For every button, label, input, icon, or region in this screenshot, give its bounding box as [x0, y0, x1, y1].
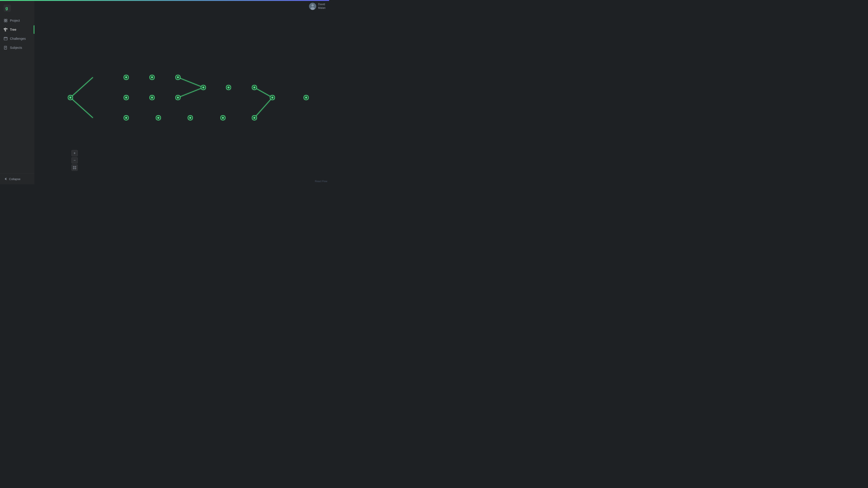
svg-rect-2	[4, 21, 5, 22]
tree-node-inner	[157, 117, 160, 119]
zoom-out-button[interactable]: −	[71, 157, 78, 164]
zoom-in-button[interactable]: +	[71, 150, 78, 156]
tree-graph[interactable]	[34, 1, 329, 184]
user-name: David Malan	[318, 3, 326, 10]
svg-rect-48	[73, 166, 74, 167]
tree-node-inner	[125, 96, 127, 99]
tree-node-inner	[271, 96, 274, 99]
svg-rect-8	[5, 31, 6, 31]
svg-rect-4	[6, 21, 7, 22]
challenges-icon	[4, 37, 8, 41]
sidebar-item-tree[interactable]: Tree	[0, 25, 34, 34]
app-logo[interactable]: g	[4, 4, 11, 12]
tree-node-inner	[125, 76, 127, 78]
tree-node-inner	[227, 86, 230, 89]
collapse-icon	[4, 177, 7, 181]
sidebar-bottom: Collapse	[0, 173, 34, 184]
sidebar: g Project	[0, 1, 34, 184]
tree-node-inner	[202, 86, 205, 89]
svg-point-24	[311, 4, 314, 6]
svg-line-10	[5, 28, 5, 29]
tree-node-inner	[177, 96, 179, 99]
sidebar-item-subjects-label: Subjects	[10, 46, 22, 50]
sidebar-item-challenges-label: Challenges	[10, 37, 26, 40]
svg-rect-19	[4, 46, 7, 49]
svg-line-26	[70, 77, 93, 98]
tree-node-inner	[125, 117, 127, 119]
tree-node-inner	[305, 96, 307, 99]
tree-node-inner	[253, 86, 255, 89]
logo-area: g	[0, 3, 34, 15]
collapse-button[interactable]: Collapse	[4, 177, 31, 181]
main-content: David Malan	[34, 1, 329, 184]
svg-line-32	[178, 77, 203, 88]
avatar	[309, 3, 316, 10]
tree-node-inner	[189, 117, 191, 119]
sidebar-item-tree-label: Tree	[10, 28, 16, 31]
svg-line-36	[178, 88, 203, 98]
fit-icon	[73, 166, 76, 169]
svg-rect-9	[6, 29, 7, 29]
zoom-controls: + −	[71, 150, 78, 171]
sidebar-item-subjects[interactable]: Subjects	[0, 43, 34, 52]
svg-rect-6	[5, 28, 6, 29]
fit-button[interactable]	[71, 164, 78, 171]
tree-icon	[4, 28, 8, 32]
tree-node-inner	[151, 76, 153, 78]
svg-rect-3	[6, 19, 7, 20]
react-flow-label: React Flow	[315, 180, 327, 183]
svg-rect-51	[75, 168, 76, 169]
svg-line-28	[70, 98, 93, 118]
svg-rect-1	[4, 19, 5, 20]
tree-node-inner	[222, 117, 224, 119]
tree-node-inner	[253, 117, 255, 119]
sidebar-navigation: Project Tree	[0, 15, 34, 173]
svg-rect-49	[75, 166, 76, 167]
avatar-image	[309, 3, 316, 10]
sidebar-item-project[interactable]: Project	[0, 16, 34, 25]
svg-rect-5	[4, 29, 5, 29]
collapse-label: Collapse	[9, 177, 21, 181]
svg-line-39	[254, 88, 272, 98]
svg-rect-50	[73, 168, 74, 169]
svg-text:g: g	[5, 6, 8, 10]
user-area: David Malan	[309, 3, 326, 10]
tree-node-inner	[151, 96, 153, 99]
svg-rect-7	[5, 29, 6, 30]
sidebar-item-challenges[interactable]: Challenges	[0, 34, 34, 43]
tree-node-inner	[69, 96, 71, 99]
sidebar-item-project-label: Project	[10, 19, 20, 22]
svg-line-45	[254, 98, 272, 118]
subjects-icon	[4, 46, 8, 50]
project-icon	[4, 19, 8, 23]
svg-point-25	[311, 7, 315, 10]
tree-node-inner	[177, 76, 179, 78]
